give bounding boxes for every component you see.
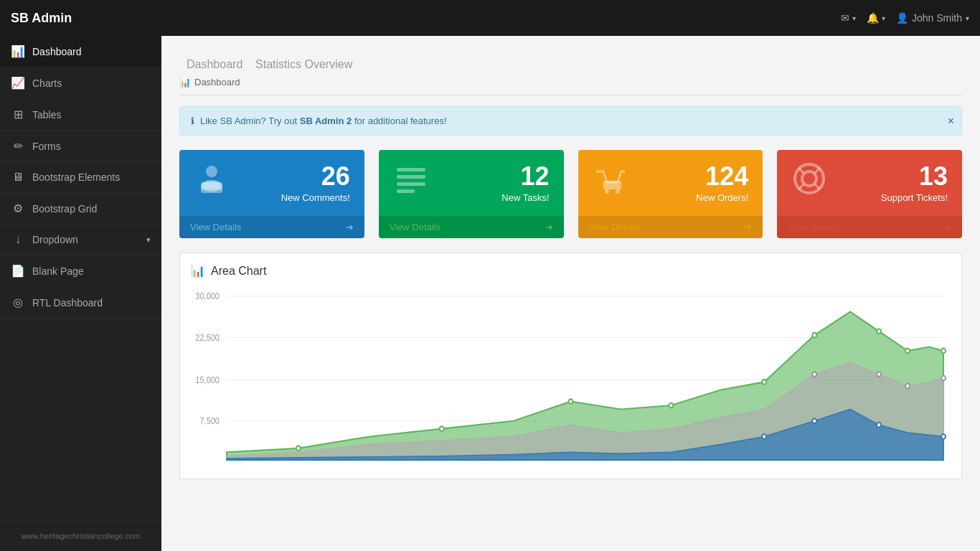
svg-point-28 xyxy=(669,403,673,408)
sidebar-label-dashboard: Dashboard xyxy=(32,46,82,57)
stat-card-comments: 26 New Comments! View Details ➜ xyxy=(179,150,364,238)
svg-point-36 xyxy=(905,384,910,389)
chart-title-text: Area Chart xyxy=(211,265,266,278)
sidebar-icon-tables: ⊞ xyxy=(11,108,25,121)
main-content: Dashboard Statistics Overview 📊 Dashboar… xyxy=(161,36,980,551)
sidebar-icon-blank-page: 📄 xyxy=(11,264,25,278)
svg-rect-3 xyxy=(397,168,425,171)
sidebar-item-rtl-dashboard[interactable]: ◎ RTL Dashboard xyxy=(0,287,161,319)
breadcrumb: 📊 Dashboard xyxy=(179,77,962,88)
sidebar-item-charts[interactable]: 📈 Charts xyxy=(0,67,161,99)
user-icon: 👤 xyxy=(896,12,908,24)
chart-title-icon: 📊 xyxy=(191,264,205,278)
svg-point-11 xyxy=(802,171,816,186)
svg-point-25 xyxy=(296,446,301,451)
stat-card-top-tasks: 12 New Tasks! xyxy=(379,150,564,216)
user-name: John Smith xyxy=(912,12,962,24)
svg-text:30,000: 30,000 xyxy=(195,292,220,301)
top-navbar: SB Admin ✉ ▾ 🔔 ▾ 👤 John Smith ▾ xyxy=(0,0,980,36)
bell-caret: ▾ xyxy=(882,14,885,22)
stat-card-bottom-tasks[interactable]: View Details ➜ xyxy=(379,216,564,238)
breadcrumb-text: Dashboard xyxy=(194,77,240,88)
view-details-label-tasks: View Details xyxy=(390,222,440,232)
breadcrumb-icon: 📊 xyxy=(179,77,191,88)
stat-card-info-comments: 26 New Comments! xyxy=(281,164,350,203)
sidebar-item-dropdown[interactable]: ↓ Dropdown ▾ xyxy=(0,225,161,255)
stat-card-number-tickets: 13 xyxy=(881,164,948,189)
stat-card-top-comments: 26 New Comments! xyxy=(179,150,364,216)
svg-point-29 xyxy=(762,380,766,385)
svg-point-39 xyxy=(812,419,816,424)
sidebar-icon-dropdown: ↓ xyxy=(11,233,25,246)
stat-card-label-tickets: Support Tickets! xyxy=(881,192,948,203)
view-details-icon-orders: ➜ xyxy=(744,222,752,232)
stat-card-icon-orders xyxy=(593,161,628,205)
alert-link[interactable]: SB Admin 2 xyxy=(300,116,352,126)
svg-rect-6 xyxy=(397,189,415,193)
chart-title: 📊 Area Chart xyxy=(191,264,951,278)
stat-card-bottom-comments[interactable]: View Details ➜ xyxy=(179,216,364,238)
stat-card-tasks: 12 New Tasks! View Details ➜ xyxy=(379,150,564,238)
svg-point-9 xyxy=(616,189,620,194)
view-details-icon-comments: ➜ xyxy=(346,222,354,232)
sidebar-item-forms[interactable]: ✏ Forms xyxy=(0,131,161,162)
alert-close-button[interactable]: × xyxy=(948,115,954,128)
sidebar-icon-bootstrap-elements: 🖥 xyxy=(11,171,25,184)
sidebar: 📊 Dashboard 📈 Charts ⊞ Tables ✏ Forms 🖥 … xyxy=(0,36,161,551)
stat-card-top-orders: 124 New Orders! xyxy=(578,150,763,216)
bell-menu[interactable]: 🔔 ▾ xyxy=(867,12,885,24)
sidebar-icon-forms: ✏ xyxy=(11,139,25,153)
stat-card-label-orders: New Orders! xyxy=(696,192,748,203)
stat-card-label-comments: New Comments! xyxy=(281,192,350,203)
stat-card-icon-tasks xyxy=(393,161,429,205)
stat-card-orders: 124 New Orders! View Details ➜ xyxy=(578,150,763,238)
sidebar-item-bootstrap-elements[interactable]: 🖥 Bootstrap Elements xyxy=(0,162,161,193)
svg-point-32 xyxy=(905,349,910,354)
view-details-label-tickets: View Details xyxy=(788,222,839,232)
svg-point-41 xyxy=(941,434,946,439)
mail-menu[interactable]: ✉ ▾ xyxy=(841,12,856,24)
sidebar-item-blank-page[interactable]: 📄 Blank Page xyxy=(0,255,161,287)
stat-card-tickets: 13 Support Tickets! View Details ➜ xyxy=(777,150,962,238)
user-caret: ▾ xyxy=(966,14,969,22)
sidebar-label-tables: Tables xyxy=(32,109,61,121)
svg-point-30 xyxy=(812,333,816,338)
svg-point-0 xyxy=(206,166,217,177)
sidebar-label-bootstrap-elements: Bootstrap Elements xyxy=(32,171,120,183)
stat-card-icon-tickets xyxy=(791,161,827,205)
user-menu[interactable]: 👤 John Smith ▾ xyxy=(896,12,969,24)
svg-point-34 xyxy=(812,372,816,377)
sidebar-label-rtl-dashboard: RTL Dashboard xyxy=(32,297,103,309)
svg-point-35 xyxy=(877,372,881,377)
sidebar-item-dashboard[interactable]: 📊 Dashboard xyxy=(0,36,161,67)
layout: 📊 Dashboard 📈 Charts ⊞ Tables ✏ Forms 🖥 … xyxy=(0,36,980,551)
sidebar-item-bootstrap-grid[interactable]: ⚙ Bootstrap Grid xyxy=(0,193,161,225)
chart-container: 30,000 22,500 15,000 7,500 xyxy=(191,288,951,468)
sidebar-icon-rtl-dashboard: ◎ xyxy=(11,296,25,309)
stat-card-number-comments: 26 xyxy=(281,164,350,189)
svg-point-31 xyxy=(877,329,881,334)
stat-card-label-tasks: New Tasks! xyxy=(501,192,549,203)
svg-rect-5 xyxy=(397,182,425,186)
sidebar-item-tables[interactable]: ⊞ Tables xyxy=(0,99,161,131)
alert-text: Like SB Admin? Try out SB Admin 2 for ad… xyxy=(200,116,447,126)
svg-point-8 xyxy=(605,189,609,194)
stat-card-bottom-orders[interactable]: View Details ➜ xyxy=(578,216,763,238)
bell-icon: 🔔 xyxy=(867,12,879,24)
view-details-icon-tickets: ➜ xyxy=(943,222,951,232)
stat-card-icon-comments xyxy=(194,161,230,205)
page-title: Dashboard Statistics Overview xyxy=(179,50,962,73)
sidebar-icon-charts: 📈 xyxy=(11,76,25,90)
svg-rect-4 xyxy=(397,175,425,179)
view-details-label-orders: View Details xyxy=(589,222,640,232)
svg-text:22,500: 22,500 xyxy=(195,333,220,342)
dropdown-arrow: ▾ xyxy=(146,235,151,245)
alert-icon: ℹ xyxy=(191,116,194,126)
sidebar-icon-bootstrap-grid: ⚙ xyxy=(11,202,25,215)
mail-caret: ▾ xyxy=(852,14,856,22)
app-brand: SB Admin xyxy=(11,11,841,26)
stat-card-info-tasks: 12 New Tasks! xyxy=(501,164,549,203)
svg-point-33 xyxy=(941,349,946,354)
stat-card-bottom-tickets[interactable]: View Details ➜ xyxy=(777,216,962,238)
stat-cards: 26 New Comments! View Details ➜ 12 New T… xyxy=(179,150,962,238)
